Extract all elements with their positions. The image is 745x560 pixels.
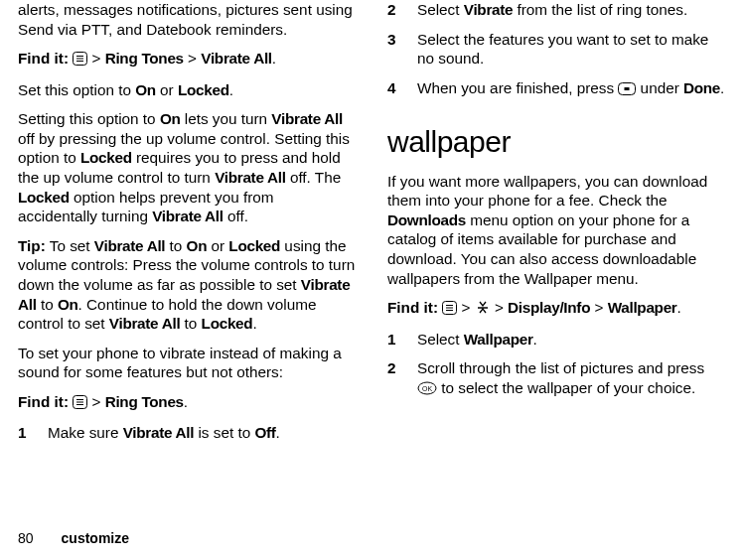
step-body: Make sure Vibrate All is set to Off. bbox=[48, 423, 356, 443]
step-1: 1 Make sure Vibrate All is set to Off. bbox=[18, 423, 356, 443]
step-body: Scroll through the list of pictures and … bbox=[417, 358, 725, 399]
section-name: customize bbox=[62, 530, 129, 548]
paragraph: alerts, messages notifications, pictures… bbox=[18, 0, 356, 39]
menu-key-icon bbox=[73, 51, 87, 70]
find-it-label: Find it: bbox=[18, 50, 69, 67]
wallpaper-heading: wallpaper bbox=[387, 123, 725, 161]
step-body: Select Wallpaper. bbox=[417, 330, 725, 350]
ok-key-icon: OK bbox=[417, 380, 437, 400]
step-number: 2 bbox=[387, 0, 417, 20]
step-number: 1 bbox=[387, 330, 417, 350]
paragraph: If you want more wallpapers, you can dow… bbox=[387, 172, 725, 288]
page-footer: 80 customize bbox=[18, 524, 725, 548]
step-body: When you are finished, press under Done. bbox=[417, 78, 725, 100]
vibrate-all-label: Vibrate All bbox=[201, 50, 272, 67]
ring-tones-label: Ring Tones bbox=[105, 50, 184, 67]
step-3: 3 Select the features you want to set to… bbox=[387, 30, 725, 69]
settings-icon bbox=[475, 300, 491, 320]
svg-rect-9 bbox=[625, 87, 630, 90]
step-number: 4 bbox=[387, 78, 417, 100]
step-1: 1 Select Wallpaper. bbox=[387, 330, 725, 350]
find-it-line: Find it: > > Display/Info > Wallpaper. bbox=[387, 298, 725, 320]
step-number: 1 bbox=[18, 423, 48, 443]
find-it-label: Find it: bbox=[387, 299, 438, 316]
tip-paragraph: Tip: To set Vibrate All to On or Locked … bbox=[18, 236, 356, 334]
step-number: 2 bbox=[387, 358, 417, 399]
find-it-line: Find it: > Ring Tones. bbox=[18, 392, 356, 414]
page-number: 80 bbox=[18, 530, 34, 548]
svg-text:OK: OK bbox=[422, 385, 432, 392]
step-2: 2 Scroll through the list of pictures an… bbox=[387, 358, 725, 399]
find-it-label: Find it: bbox=[18, 393, 69, 410]
step-number: 3 bbox=[387, 30, 417, 69]
paragraph: Set this option to On or Locked. bbox=[18, 80, 356, 100]
wallpaper-label: Wallpaper bbox=[608, 299, 677, 316]
paragraph: To set your phone to vibrate instead of … bbox=[18, 344, 356, 382]
step-2: 2 Select Vibrate from the list of ring t… bbox=[387, 0, 725, 20]
step-4: 4 When you are finished, press under Don… bbox=[387, 78, 725, 100]
step-body: Select the features you want to set to m… bbox=[417, 30, 725, 69]
step-body: Select Vibrate from the list of ring ton… bbox=[417, 0, 725, 20]
find-it-line: Find it: > Ring Tones > Vibrate All. bbox=[18, 49, 356, 70]
softkey-icon bbox=[618, 80, 636, 100]
tip-label: Tip: bbox=[18, 237, 46, 254]
display-info-label: Display/Info bbox=[508, 299, 590, 316]
paragraph: Setting this option to On lets you turn … bbox=[18, 109, 356, 225]
menu-key-icon bbox=[442, 300, 457, 320]
menu-key-icon bbox=[73, 394, 87, 414]
ring-tones-label: Ring Tones bbox=[105, 393, 184, 410]
